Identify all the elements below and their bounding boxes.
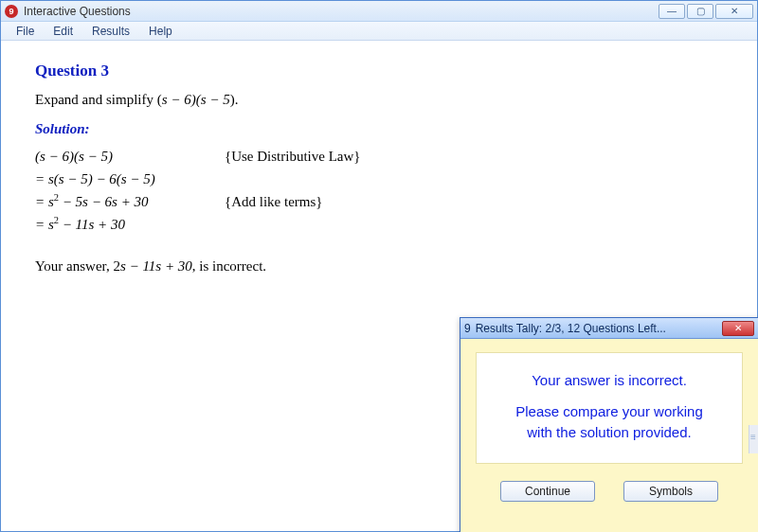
feedback-pre: Your answer, 2 [35,258,120,274]
tally-title: Results Tally: 2/3, 12 Questions Left... [476,322,722,335]
app-icon: 9 [5,5,18,18]
main-window: 9 Interactive Questions — ▢ ✕ File Edit … [0,0,758,532]
prompt-expression: s − 6)(s − 5 [162,92,230,107]
tally-message-panel: Your answer is incorrect. Please compare… [476,352,743,464]
work-row: (s − 6)(s − 5) {Use Distributive Law} [35,145,729,168]
symbols-button[interactable]: Symbols [623,481,718,502]
menu-results[interactable]: Results [82,23,139,40]
app-icon: 9 [464,322,471,335]
close-button[interactable]: ✕ [715,4,753,19]
menu-file[interactable]: File [7,23,44,40]
minimize-button[interactable]: — [659,4,685,19]
prompt-text-post: ). [230,92,239,107]
work-expr: = s2 − 11s + 30 [35,213,225,236]
tally-close-button[interactable]: ✕ [722,321,754,336]
results-tally-window[interactable]: 9 Results Tally: 2/3, 12 Questions Left.… [460,317,758,532]
feedback-expression: s − 11s + 30 [120,258,192,274]
prompt-text-pre: Expand and simplify ( [35,92,162,107]
work-note: {Add like terms} [225,190,323,213]
menubar: File Edit Results Help [1,22,757,41]
solution-label: Solution: [35,121,729,137]
maximize-button[interactable]: ▢ [687,4,713,19]
tally-message-line1: Your answer is incorrect. [484,370,734,392]
menu-help[interactable]: Help [139,23,182,40]
menu-edit[interactable]: Edit [44,23,82,40]
window-title: Interactive Questions [24,5,659,18]
work-row: = s2 − 11s + 30 [35,213,729,236]
work-row: = s(s − 5) − 6(s − 5) [35,168,729,190]
tally-message-line2: Please compare your working [484,401,734,423]
tally-scroll-grip[interactable] [749,425,758,453]
work-expr: = s2 − 5s − 6s + 30 [35,190,225,213]
question-prompt: Expand and simplify (s − 6)(s − 5). [35,92,729,108]
tally-body: Your answer is incorrect. Please compare… [460,339,758,511]
feedback-post: , is incorrect. [192,258,266,274]
window-titlebar[interactable]: 9 Interactive Questions — ▢ ✕ [1,1,757,22]
work-expr: = s(s − 5) − 6(s − 5) [35,168,225,190]
answer-feedback: Your answer, 2s − 11s + 30, is incorrect… [35,258,729,275]
work-note: {Use Distributive Law} [225,145,361,168]
question-title: Question 3 [35,62,729,80]
tally-message-line3: with the solution provided. [484,422,734,444]
tally-titlebar[interactable]: 9 Results Tally: 2/3, 12 Questions Left.… [460,318,758,339]
solution-working: (s − 6)(s − 5) {Use Distributive Law} = … [35,145,729,236]
tally-buttons: Continue Symbols [476,481,743,502]
window-controls: — ▢ ✕ [659,4,753,19]
continue-button[interactable]: Continue [500,481,595,502]
work-expr: (s − 6)(s − 5) [35,145,225,168]
work-row: = s2 − 5s − 6s + 30 {Add like terms} [35,190,729,213]
